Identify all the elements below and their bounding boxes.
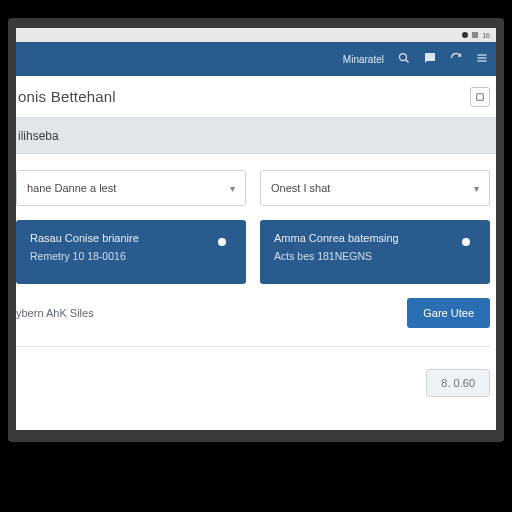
chat-icon[interactable] — [424, 52, 436, 66]
chevron-down-icon: ▾ — [230, 183, 235, 194]
page-title: onis Bettehanl — [16, 88, 116, 105]
card-1-title: Rasau Conise brianire — [30, 232, 139, 244]
svg-point-0 — [400, 54, 407, 61]
select-to[interactable]: Onest I shat ▾ — [260, 170, 490, 206]
card-2-title: Amma Conrea batemsing — [274, 232, 399, 244]
nav-link[interactable]: Minaratel — [343, 54, 384, 65]
chevron-down-icon: ▾ — [474, 183, 479, 194]
content-area: hane Danne a lest ▾ Onest I shat ▾ Rasau… — [16, 154, 496, 405]
summary-label: ybern AhK Siles — [16, 307, 94, 319]
section-label: ilihseba — [18, 129, 59, 143]
card-row: Rasau Conise brianire Remetry 10 18-0016… — [16, 220, 490, 284]
divider — [16, 346, 490, 347]
title-action-button[interactable] — [470, 87, 490, 107]
top-nav: Minaratel — [16, 42, 496, 76]
status-bar: 16 — [16, 28, 496, 42]
search-icon[interactable] — [398, 52, 410, 66]
price-chip[interactable]: 8. 0.60 — [426, 369, 490, 397]
menu-icon[interactable] — [476, 52, 488, 66]
card-dot-icon — [462, 238, 470, 246]
card-dot-icon — [218, 238, 226, 246]
svg-line-1 — [406, 60, 409, 63]
primary-action-button[interactable]: Gare Utee — [407, 298, 490, 328]
card-1-sub: Remetry 10 18-0016 — [30, 250, 139, 262]
card-2-sub: Acts bes 181NEGNS — [274, 250, 399, 262]
select-from-label: hane Danne a lest — [27, 182, 116, 194]
battery-icon — [472, 32, 478, 38]
select-to-label: Onest I shat — [271, 182, 330, 194]
select-row: hane Danne a lest ▾ Onest I shat ▾ — [16, 170, 490, 206]
section-header: ilihseba — [16, 118, 496, 154]
refresh-icon[interactable] — [450, 52, 462, 66]
info-card-1[interactable]: Rasau Conise brianire Remetry 10 18-0016 — [16, 220, 246, 284]
svg-rect-5 — [477, 93, 484, 100]
device-frame: 16 Minaratel onis Bettehanl ilihse — [8, 18, 504, 442]
title-bar: onis Bettehanl — [16, 76, 496, 118]
signal-dot-icon — [462, 32, 468, 38]
status-time: 16 — [482, 32, 490, 39]
footer-price-row: 8. 0.60 — [16, 369, 490, 397]
summary-row: ybern AhK Siles Gare Utee — [16, 298, 490, 328]
app-screen: 16 Minaratel onis Bettehanl ilihse — [16, 28, 496, 430]
info-card-2[interactable]: Amma Conrea batemsing Acts bes 181NEGNS — [260, 220, 490, 284]
select-from[interactable]: hane Danne a lest ▾ — [16, 170, 246, 206]
